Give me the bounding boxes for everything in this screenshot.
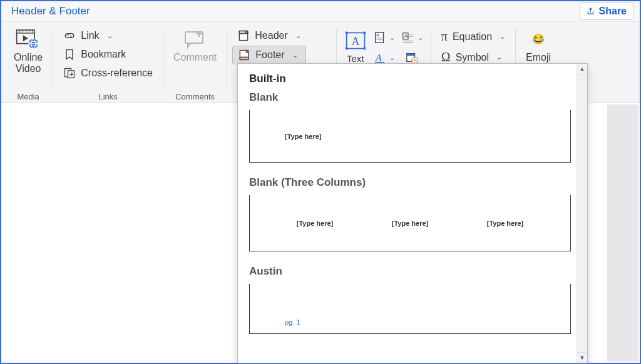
drop-cap-icon: A [401, 31, 415, 44]
symbol-label: Symbol [456, 52, 489, 63]
wordart-icon: A [373, 51, 387, 64]
footer-dropdown-button[interactable]: Footer ⌄ [232, 46, 305, 64]
gallery-item-blank[interactable]: [Type here] [249, 110, 571, 163]
svg-text:A: A [374, 52, 382, 64]
bookmark-button[interactable]: Bookmark [58, 46, 158, 63]
gallery-item-title: Blank [249, 91, 571, 104]
group-media-label: Media [9, 91, 48, 101]
context-tab-header-footer[interactable]: Header & Footer [8, 3, 94, 20]
gallery-scrollbar[interactable]: ▲ ▼ [577, 64, 587, 363]
gallery-item-title: Blank (Three Columns) [249, 176, 571, 189]
chevron-down-icon: ⌄ [389, 54, 395, 62]
quick-parts-button[interactable]: ⌄ [371, 28, 397, 47]
chevron-down-icon: ⌄ [292, 51, 298, 59]
date-time-icon [405, 51, 419, 64]
svg-rect-27 [375, 33, 383, 43]
share-icon [587, 7, 595, 16]
chevron-down-icon: ⌄ [389, 34, 395, 42]
share-label: Share [599, 6, 627, 17]
gallery-item-title: Austin [249, 265, 571, 278]
emoji-button[interactable]: 😂 Emoji [521, 24, 556, 64]
gallery-section-title: Built-in [249, 73, 571, 85]
omega-icon: Ω [441, 50, 451, 64]
text-box-button[interactable]: A Text [342, 27, 369, 67]
quick-parts-icon [373, 31, 387, 44]
document-margin [607, 104, 638, 361]
placeholder-text: [Type here] [392, 220, 428, 227]
group-media: Online Video Media [4, 22, 53, 103]
comment-icon [183, 28, 208, 51]
svg-rect-23 [363, 32, 366, 34]
svg-rect-25 [363, 48, 366, 50]
link-label: Link [81, 30, 99, 41]
gallery-item-blank-three-columns[interactable]: [Type here] [Type here] [Type here] [249, 195, 571, 251]
footer-label: Footer [255, 49, 284, 61]
header-label: Header [255, 30, 287, 41]
svg-marker-7 [23, 35, 28, 41]
page-number-text: pg. 1 [285, 318, 300, 326]
comment-button[interactable]: Comment [168, 24, 222, 64]
pi-icon: π [441, 29, 448, 44]
text-box-label: Text [347, 53, 364, 64]
chevron-down-icon: ⌄ [496, 53, 502, 61]
link-icon [63, 29, 76, 42]
chevron-down-icon: ⌄ [295, 32, 301, 40]
svg-rect-40 [407, 54, 415, 56]
equation-button[interactable]: π Equation ⌄ [436, 27, 510, 46]
footer-gallery-dropdown: Built-in Blank [Type here] Blank (Three … [237, 63, 588, 363]
svg-text:A: A [351, 35, 359, 48]
text-box-icon: A [344, 30, 367, 51]
scroll-up-button[interactable]: ▲ [577, 64, 587, 74]
cross-reference-icon [63, 67, 76, 79]
cross-reference-label: Cross-reference [81, 68, 153, 79]
group-comments: Comment Comments [163, 22, 227, 103]
gallery-item-austin[interactable]: pg. 1 [249, 284, 571, 334]
cross-reference-button[interactable]: Cross-reference [58, 64, 158, 82]
titlebar: Header & Footer Share [1, 1, 640, 22]
bookmark-icon [63, 48, 76, 61]
placeholder-text: [Type here] [285, 133, 321, 140]
chevron-down-icon: ⌄ [500, 33, 505, 41]
online-video-label: Online Video [14, 52, 43, 75]
chevron-down-icon: ⌄ [107, 32, 113, 40]
placeholder-text: [Type here] [297, 220, 333, 227]
placeholder-text: [Type here] [487, 220, 523, 227]
online-video-button[interactable]: Online Video [9, 24, 48, 76]
group-links: Link ⌄ Bookmark Cross-reference Links [53, 22, 163, 103]
chevron-down-icon: ⌄ [418, 34, 423, 42]
emoji-icon: 😂 [532, 34, 545, 44]
svg-rect-28 [376, 34, 379, 37]
bookmark-label: Bookmark [81, 49, 126, 60]
equation-label: Equation [453, 31, 492, 43]
drop-cap-button[interactable]: A⌄ [399, 28, 426, 47]
svg-rect-22 [346, 32, 348, 34]
header-dropdown-button[interactable]: Header ⌄ [232, 27, 305, 44]
group-comments-label: Comments [168, 91, 222, 101]
svg-text:A: A [404, 33, 408, 39]
emoji-label: Emoji [526, 52, 551, 63]
scroll-down-button[interactable]: ▼ [577, 352, 587, 363]
comment-label: Comment [173, 52, 217, 63]
footer-icon [238, 49, 250, 61]
share-button[interactable]: Share [580, 3, 633, 20]
link-button[interactable]: Link ⌄ [58, 27, 158, 44]
svg-rect-20 [240, 57, 249, 59]
svg-rect-24 [346, 48, 348, 50]
group-links-label: Links [58, 91, 158, 101]
header-icon [237, 29, 250, 42]
online-video-icon [16, 28, 41, 51]
